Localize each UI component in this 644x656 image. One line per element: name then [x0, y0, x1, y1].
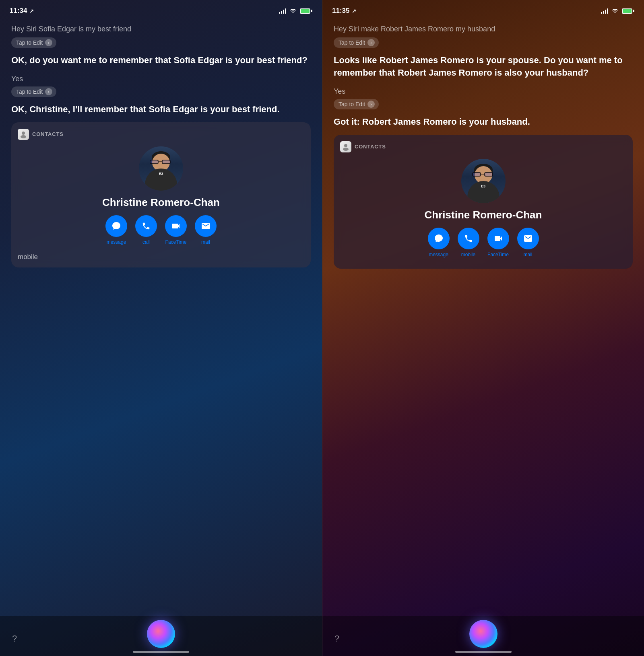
- time-left: 11:34 ↗: [10, 7, 34, 15]
- contacts-header-left: CONTACTS: [18, 129, 304, 140]
- action-mobile-right[interactable]: mobile: [458, 228, 479, 257]
- contacts-app-icon-right: [340, 141, 351, 152]
- svg-point-1: [21, 135, 26, 138]
- siri-ball-left[interactable]: [147, 620, 175, 648]
- signal-bars-left: [279, 8, 286, 14]
- home-indicator-left: [133, 651, 189, 653]
- query2-right: Yes Tap to Edit ›: [334, 87, 633, 109]
- mobile-btn-right[interactable]: [458, 228, 479, 249]
- query2-text-right: Yes: [334, 87, 633, 96]
- svg-point-2: [344, 144, 347, 147]
- location-arrow-right: ↗: [352, 8, 356, 14]
- status-icons-left: [279, 8, 312, 14]
- contacts-card-right: CONTACTS E3 Christine Romero-: [334, 135, 633, 269]
- query2-text-left: Yes: [11, 75, 311, 83]
- help-icon-left[interactable]: ?: [12, 633, 17, 644]
- query1-left: Hey Siri Sofia Edgar is my best friend T…: [11, 24, 311, 48]
- tap-to-edit-2-left[interactable]: Tap to Edit ›: [11, 86, 56, 97]
- contact-actions-left: message call FaceT: [18, 215, 304, 245]
- action-facetime-left[interactable]: FaceTime: [165, 215, 187, 245]
- signal-bars-right: [601, 8, 608, 14]
- action-call-left[interactable]: call: [135, 215, 157, 245]
- facetime-btn-right[interactable]: [487, 228, 509, 249]
- contact-avatar-right: E3: [461, 159, 506, 203]
- tap-to-edit-1-left[interactable]: Tap to Edit ›: [11, 37, 56, 48]
- wifi-icon-left: [289, 8, 297, 14]
- query1-text-left: Hey Siri Sofia Edgar is my best friend: [11, 24, 311, 34]
- contact-name-left: Christine Romero-Chan: [18, 196, 304, 209]
- facetime-btn-left[interactable]: [165, 215, 187, 237]
- query1-text-right: Hey Siri make Robert James Romero my hus…: [334, 24, 633, 34]
- mail-btn-left[interactable]: [195, 215, 217, 237]
- response2-left: OK, Christine, I'll remember that Sofia …: [11, 103, 311, 116]
- mail-btn-right[interactable]: [517, 228, 539, 249]
- response2-right: Got it: Robert James Romero is your husb…: [334, 116, 633, 128]
- svg-point-0: [22, 132, 25, 135]
- action-mail-right[interactable]: mail: [517, 228, 539, 257]
- status-bar-left: 11:34 ↗: [0, 0, 322, 20]
- location-arrow-left: ↗: [29, 8, 34, 14]
- contact-name-right: Christine Romero-Chan: [340, 209, 626, 221]
- message-btn-right[interactable]: [428, 228, 450, 249]
- siri-ball-right[interactable]: [469, 620, 497, 648]
- tap-to-edit-1-right[interactable]: Tap to Edit ›: [334, 37, 379, 48]
- wifi-icon-right: [611, 8, 619, 14]
- time-right: 11:35 ↗: [332, 7, 356, 15]
- content-left: Hey Siri Sofia Edgar is my best friend T…: [0, 20, 322, 267]
- contact-actions-right: message mobile Fac: [340, 228, 626, 257]
- message-btn-left[interactable]: [105, 215, 127, 237]
- content-right: Hey Siri make Robert James Romero my hus…: [322, 20, 644, 269]
- help-icon-right[interactable]: ?: [334, 633, 339, 644]
- contacts-app-icon-left: [18, 129, 29, 140]
- action-message-right[interactable]: message: [428, 228, 450, 257]
- query2-left: Yes Tap to Edit ›: [11, 75, 311, 97]
- action-facetime-right[interactable]: FaceTime: [487, 228, 509, 257]
- contacts-header-right: CONTACTS: [340, 141, 626, 152]
- query1-right: Hey Siri make Robert James Romero my hus…: [334, 24, 633, 48]
- contact-mobile-left: mobile: [18, 250, 304, 261]
- contacts-label-right: CONTACTS: [355, 144, 386, 150]
- response1-right: Looks like Robert James Romero is your s…: [334, 54, 633, 79]
- battery-icon-left: [300, 8, 312, 14]
- response1-left: OK, do you want me to remember that Sofi…: [11, 54, 311, 67]
- status-bar-right: 11:35 ↗: [322, 0, 644, 20]
- left-panel: 11:34 ↗ Hey Siri Sofia Edga: [0, 0, 322, 656]
- right-panel: 11:35 ↗ Hey Siri make Rober: [322, 0, 644, 656]
- tap-to-edit-2-right[interactable]: Tap to Edit ›: [334, 99, 379, 109]
- action-mail-left[interactable]: mail: [195, 215, 217, 245]
- contact-avatar-left: E3: [139, 146, 183, 191]
- bottom-bar-left: ?: [0, 616, 322, 656]
- home-indicator-right: [455, 651, 512, 653]
- action-message-left[interactable]: message: [105, 215, 127, 245]
- contacts-label-left: CONTACTS: [32, 131, 64, 137]
- status-icons-right: [601, 8, 634, 14]
- call-btn-left[interactable]: [135, 215, 157, 237]
- bottom-bar-right: ?: [322, 616, 644, 656]
- contacts-card-left: CONTACTS E3: [11, 122, 311, 267]
- svg-point-3: [343, 148, 349, 151]
- battery-icon-right: [622, 8, 634, 14]
